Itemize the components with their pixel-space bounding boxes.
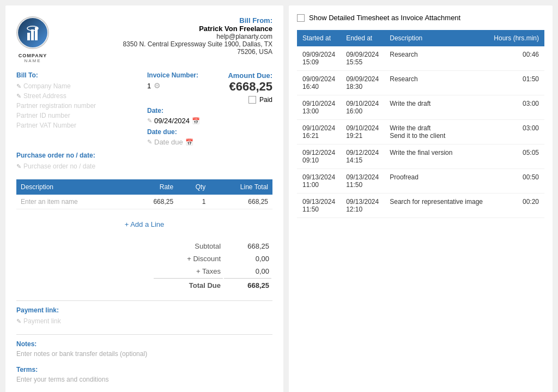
row-qty: 1 bbox=[178, 195, 210, 209]
ts-description: Research bbox=[384, 46, 488, 71]
add-line-button[interactable]: + Add a Line bbox=[16, 215, 272, 234]
list-item: 09/09/202415:09 09/09/202415:55 Research… bbox=[297, 46, 544, 71]
divider-1 bbox=[16, 300, 272, 301]
timesheet-table: Started at Ended at Description Hours (h… bbox=[297, 30, 544, 218]
ts-hours: 00:20 bbox=[488, 194, 544, 218]
date-group: Date: ✎ 09/24/2024 📅 bbox=[147, 107, 272, 125]
payment-link-label: Payment link: bbox=[16, 306, 272, 314]
svg-rect-0 bbox=[27, 33, 30, 40]
ts-ended: 09/10/202416:00 bbox=[341, 95, 384, 120]
taxes-value: 0,00 bbox=[224, 266, 271, 277]
purchase-order-section: Purchase order no / date: ✎ Purchase ord… bbox=[16, 152, 272, 171]
ts-ended: 09/10/202419:21 bbox=[341, 120, 384, 144]
ts-ended: 09/09/202418:30 bbox=[341, 71, 384, 95]
row-line-total: 668,25 bbox=[210, 195, 272, 209]
edit-due-icon: ✎ bbox=[147, 138, 152, 146]
ts-ended: 09/09/202415:55 bbox=[341, 46, 384, 71]
terms-field[interactable]: Enter your terms and conditions bbox=[16, 376, 272, 383]
timesheet-checkbox[interactable] bbox=[297, 14, 305, 22]
ts-description: Write the draft bbox=[384, 95, 488, 120]
bill-to-section: Bill To: ✎ Company Name ✎ Street Address… bbox=[16, 71, 142, 141]
ts-description: Write the draftSend it to the client bbox=[384, 120, 488, 144]
ts-header-ended: Ended at bbox=[341, 30, 384, 46]
invoice-number-group: Invoice Number: 1 ⚙ bbox=[147, 71, 198, 90]
amount-due-group: Amount Due: €668,25 Paid bbox=[228, 71, 272, 104]
paid-label: Paid bbox=[259, 96, 272, 104]
notes-label: Notes: bbox=[16, 340, 272, 348]
row-description: Enter an item name bbox=[16, 195, 129, 209]
bill-from-section: Bill From: Patrick Von Freelance help@pl… bbox=[123, 16, 272, 58]
purchase-order-label: Purchase order no / date: bbox=[16, 152, 272, 159]
partner-vat-field[interactable]: Partner VAT Number bbox=[16, 120, 142, 130]
purchase-order-placeholder: Purchase order no / date bbox=[23, 162, 95, 170]
ts-hours: 00:50 bbox=[488, 169, 544, 194]
company-name: COMPANY bbox=[16, 53, 49, 58]
ts-hours: 01:50 bbox=[488, 71, 544, 95]
ts-started: 09/13/202411:50 bbox=[297, 194, 341, 218]
invoice-number-value: 1 bbox=[147, 82, 151, 90]
ts-ended: 09/13/202411:50 bbox=[341, 169, 384, 194]
table-header-qty: Qty bbox=[178, 179, 210, 195]
ts-ended: 09/12/202414:15 bbox=[341, 144, 384, 169]
partner-id-field[interactable]: Partner ID number bbox=[16, 111, 142, 120]
paid-checkbox-row[interactable]: Paid bbox=[228, 96, 272, 104]
totals-table: Subtotal 668,25 + Discount 0,00 + Taxes … bbox=[153, 239, 272, 292]
company-logo bbox=[16, 16, 49, 49]
list-item: 09/10/202413:00 09/10/202416:00 Write th… bbox=[297, 95, 544, 120]
list-item: 09/13/202411:50 09/13/202412:10 Search f… bbox=[297, 194, 544, 218]
invoice-table: Description Rate Qty Line Total Enter an… bbox=[16, 179, 272, 209]
ts-description: Search for representative image bbox=[384, 194, 488, 218]
edit-po-icon: ✎ bbox=[16, 163, 21, 170]
edit-payment-icon: ✎ bbox=[16, 318, 21, 325]
list-item: 09/10/202416:21 09/10/202419:21 Write th… bbox=[297, 120, 544, 144]
ts-hours: 05:05 bbox=[488, 144, 544, 169]
company-header bbox=[16, 16, 49, 49]
paid-checkbox[interactable] bbox=[248, 96, 256, 104]
partner-reg-field[interactable]: Partner registration number bbox=[16, 101, 142, 111]
company-subtitle: NAME bbox=[16, 58, 49, 63]
table-header-line-total: Line Total bbox=[210, 179, 272, 195]
date-due-group: Date due: ✎ Date due 📅 bbox=[147, 128, 272, 146]
calendar-icon[interactable]: 📅 bbox=[192, 117, 200, 125]
date-field[interactable]: ✎ 09/24/2024 📅 bbox=[147, 117, 272, 125]
invoice-panel: COMPANY NAME Bill From: Patrick Von Free… bbox=[5, 5, 283, 392]
ts-started: 09/09/202416:40 bbox=[297, 71, 341, 95]
total-due-label: Total Due bbox=[154, 278, 223, 291]
payment-link-placeholder: Payment link bbox=[23, 317, 61, 325]
bill-from-address1: 8350 N. Central Expressway Suite 1900, D… bbox=[123, 40, 272, 48]
ts-description: Research bbox=[384, 71, 488, 95]
bill-from-email: help@planarty.com bbox=[123, 33, 272, 40]
svg-rect-1 bbox=[31, 29, 34, 40]
calendar-due-icon[interactable]: 📅 bbox=[185, 138, 193, 146]
notes-field[interactable]: Enter notes or bank transfer details (op… bbox=[16, 350, 272, 358]
amount-due-label: Amount Due: bbox=[228, 71, 272, 80]
table-header-rate: Rate bbox=[129, 179, 178, 195]
total-due-value: 668,25 bbox=[224, 278, 271, 291]
payment-link-field[interactable]: ✎ Payment link bbox=[16, 316, 272, 326]
date-due-field[interactable]: ✎ Date due 📅 bbox=[147, 138, 272, 146]
ts-header-description: Description bbox=[384, 30, 488, 46]
timesheet-checkbox-row[interactable]: Show Detailed Timesheet as Invoice Attac… bbox=[297, 14, 544, 22]
invoice-details-col: Invoice Number: 1 ⚙ Amount Due: €668,25 … bbox=[147, 71, 272, 146]
notes-section: Notes: Enter notes or bank transfer deta… bbox=[16, 340, 272, 358]
bill-from-name: Patrick Von Freelance bbox=[123, 25, 272, 33]
ts-hours: 03:00 bbox=[488, 120, 544, 144]
date-label: Date: bbox=[147, 107, 272, 114]
street-field[interactable]: ✎ Street Address bbox=[16, 91, 142, 101]
ts-started: 09/10/202416:21 bbox=[297, 120, 341, 144]
ts-started: 09/13/202411:00 bbox=[297, 169, 341, 194]
date-value: 09/24/2024 bbox=[154, 117, 190, 125]
terms-section: Terms: Enter your terms and conditions bbox=[16, 366, 272, 383]
purchase-order-field[interactable]: ✎ Purchase order no / date bbox=[16, 161, 272, 171]
company-name-field[interactable]: ✎ Company Name bbox=[16, 81, 142, 91]
date-due-placeholder: Date due bbox=[154, 138, 183, 146]
totals-section: Subtotal 668,25 + Discount 0,00 + Taxes … bbox=[16, 239, 272, 292]
list-item: 09/09/202416:40 09/09/202418:30 Research… bbox=[297, 71, 544, 95]
subtotal-label: Subtotal bbox=[154, 240, 223, 252]
table-row[interactable]: Enter an item name 668,25 1 668,25 bbox=[16, 195, 272, 209]
ts-started: 09/12/202409:10 bbox=[297, 144, 341, 169]
ts-hours: 00:46 bbox=[488, 46, 544, 71]
invoice-number-label: Invoice Number: bbox=[147, 71, 198, 79]
ts-description: Write the final version bbox=[384, 144, 488, 169]
settings-icon[interactable]: ⚙ bbox=[154, 81, 161, 90]
